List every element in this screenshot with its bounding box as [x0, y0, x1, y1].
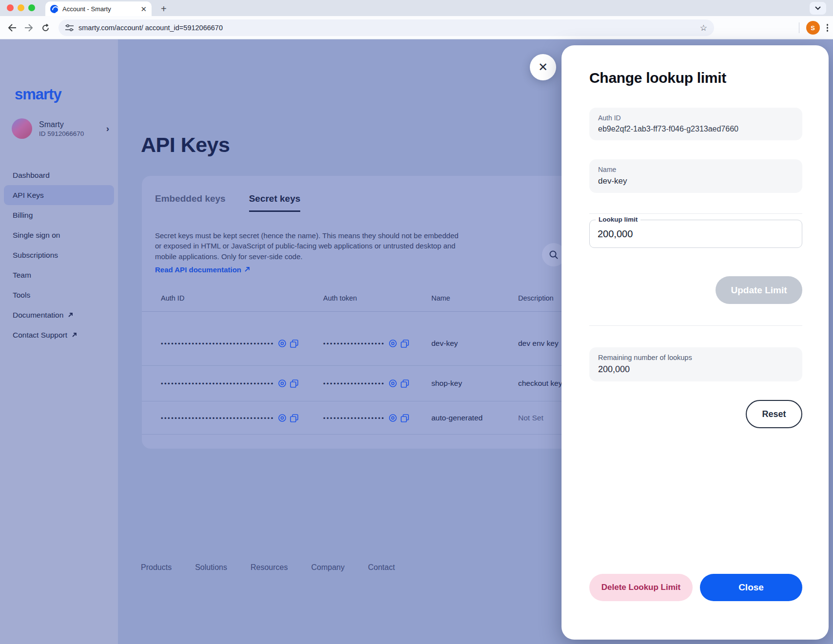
col-auth-token: Auth token	[323, 294, 431, 302]
copy-auth-token-icon[interactable]	[401, 340, 409, 348]
tab-search-button[interactable]	[810, 2, 826, 15]
back-button[interactable]	[6, 21, 19, 34]
remaining-lookups-value: 200,000	[598, 364, 794, 375]
chevron-down-icon	[815, 6, 821, 10]
name-field: Name dev-key	[589, 159, 802, 193]
chevron-right-icon: ›	[106, 123, 109, 134]
tab-embedded-keys[interactable]: Embedded keys	[155, 193, 226, 212]
key-name: shop-key	[431, 379, 518, 388]
copy-auth-id-icon[interactable]	[290, 414, 298, 422]
smarty-favicon	[50, 5, 58, 13]
show-auth-id-icon[interactable]	[278, 414, 287, 422]
sidebar-item-single-sign-on[interactable]: Single sign on	[0, 225, 118, 245]
sidebar-item-billing[interactable]: Billing	[0, 205, 118, 225]
account-id: ID 5912066670	[39, 130, 84, 137]
modal-title: Change lookup limit	[589, 70, 802, 86]
copy-auth-id-icon[interactable]	[290, 340, 298, 348]
url-bar[interactable]: smarty.com/account/ account_id=591206667…	[58, 19, 714, 36]
browser-tab-strip: Account - Smarty ✕ +	[0, 0, 833, 16]
divider	[589, 213, 802, 214]
url-text[interactable]: smarty.com/account/ account_id=591206667…	[78, 24, 695, 32]
sidebar-item-api-keys[interactable]: API Keys	[4, 185, 114, 205]
name-value: dev-key	[598, 176, 794, 186]
masked-auth-id: •••••••••••••••••••••••••••••••••	[161, 415, 274, 422]
page-title: API Keys	[141, 133, 230, 157]
account-name: Smarty	[39, 120, 84, 129]
remaining-lookups-label: Remaining number of lookups	[598, 354, 794, 361]
tab-title: Account - Smarty	[62, 5, 136, 13]
sidebar: smarty Smarty ID 5912066670 › Dashboard …	[0, 39, 118, 644]
modal-close-button[interactable]: ✕	[530, 54, 556, 80]
remaining-lookups-field: Remaining number of lookups 200,000	[589, 347, 802, 381]
col-auth-id: Auth ID	[161, 294, 323, 302]
change-lookup-limit-panel: Change lookup limit Auth ID eb9e2qf2-1ab…	[562, 45, 829, 640]
show-auth-token-icon[interactable]	[388, 339, 397, 348]
name-label: Name	[598, 166, 794, 173]
delete-lookup-limit-button[interactable]: Delete Lookup Limit	[589, 574, 693, 601]
reload-button[interactable]	[39, 21, 52, 34]
browser-toolbar: smarty.com/account/ account_id=591206667…	[0, 16, 833, 39]
browser-tab[interactable]: Account - Smarty ✕	[45, 1, 152, 16]
minimize-window-button[interactable]	[18, 4, 24, 11]
footer-nav: Products Solutions Resources Company Con…	[141, 563, 395, 572]
sidebar-item-team[interactable]: Team	[0, 265, 118, 285]
copy-auth-token-icon[interactable]	[401, 414, 409, 422]
masked-auth-token: ••••••••••••••••••	[323, 380, 385, 387]
show-auth-token-icon[interactable]	[388, 414, 397, 422]
sidebar-item-contact-support[interactable]: Contact Support	[0, 325, 118, 345]
external-link-icon	[68, 312, 73, 318]
masked-auth-id: •••••••••••••••••••••••••••••••••	[161, 380, 274, 387]
close-icon: ✕	[538, 61, 548, 73]
browser-profile-avatar[interactable]: S	[806, 21, 820, 35]
footer-link-resources[interactable]: Resources	[251, 563, 288, 572]
forward-button[interactable]	[22, 21, 35, 34]
bookmark-star-icon[interactable]: ☆	[700, 23, 707, 33]
masked-auth-token: ••••••••••••••••••	[323, 415, 385, 422]
show-auth-id-icon[interactable]	[278, 379, 287, 388]
show-auth-id-icon[interactable]	[278, 339, 287, 348]
browser-menu-icon[interactable]	[827, 24, 829, 32]
col-name: Name	[431, 294, 518, 302]
site-info-icon[interactable]	[65, 24, 74, 32]
reset-button[interactable]: Reset	[746, 400, 802, 428]
tab-secret-keys[interactable]: Secret keys	[249, 193, 301, 212]
close-button[interactable]: Close	[700, 574, 802, 601]
auth-id-value: eb9e2qf2-1ab3-ff73-f046-g2313aed7660	[598, 125, 794, 133]
footer-link-company[interactable]: Company	[311, 563, 344, 572]
footer-link-products[interactable]: Products	[141, 563, 172, 572]
external-link-icon	[244, 266, 250, 272]
external-link-icon	[72, 332, 77, 338]
auth-id-field: Auth ID eb9e2qf2-1ab3-ff73-f046-g2313aed…	[589, 108, 802, 140]
sidebar-item-tools[interactable]: Tools	[0, 285, 118, 305]
update-limit-button[interactable]: Update Limit	[716, 276, 802, 304]
account-avatar	[12, 118, 32, 139]
account-switcher[interactable]: Smarty ID 5912066670 ›	[12, 117, 109, 140]
masked-auth-id: •••••••••••••••••••••••••••••••••	[161, 340, 274, 347]
sidebar-item-subscriptions[interactable]: Subscriptions	[0, 245, 118, 265]
smarty-logo[interactable]: smarty	[15, 86, 61, 103]
copy-auth-token-icon[interactable]	[401, 379, 409, 388]
masked-auth-token: ••••••••••••••••••	[323, 340, 385, 347]
key-name: auto-generated	[431, 414, 518, 422]
sidebar-item-documentation[interactable]: Documentation	[0, 305, 118, 325]
show-auth-token-icon[interactable]	[388, 379, 397, 388]
sidebar-item-dashboard[interactable]: Dashboard	[0, 165, 118, 185]
divider	[589, 325, 802, 326]
copy-auth-id-icon[interactable]	[290, 379, 298, 388]
lookup-limit-label: Lookup limit	[596, 216, 640, 223]
key-name: dev-key	[431, 339, 518, 348]
auth-id-label: Auth ID	[598, 114, 794, 122]
lookup-limit-value[interactable]: 200,000	[598, 228, 633, 240]
search-icon	[549, 250, 559, 260]
footer-link-solutions[interactable]: Solutions	[195, 563, 227, 572]
toolbar-divider	[799, 22, 799, 33]
new-tab-button[interactable]: +	[161, 2, 167, 16]
maximize-window-button[interactable]	[28, 4, 35, 11]
close-window-button[interactable]	[7, 4, 14, 11]
tab-close-icon[interactable]: ✕	[140, 5, 147, 13]
footer-link-contact[interactable]: Contact	[368, 563, 395, 572]
sidebar-nav: Dashboard API Keys Billing Single sign o…	[0, 165, 118, 345]
lookup-limit-input[interactable]: Lookup limit 200,000	[589, 220, 802, 248]
